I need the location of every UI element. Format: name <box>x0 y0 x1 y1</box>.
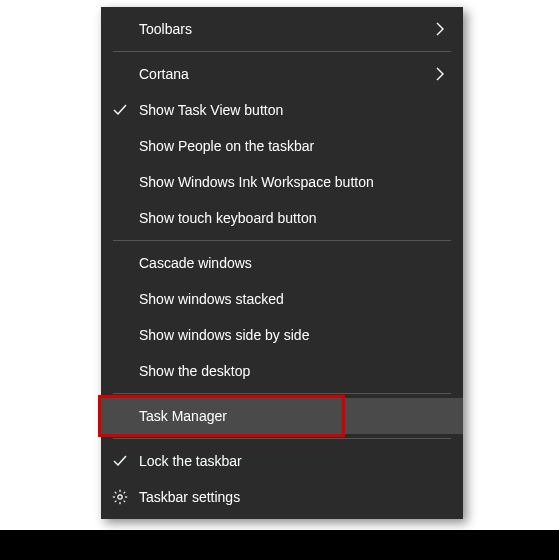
check-icon <box>101 102 139 118</box>
svg-line-8 <box>124 492 126 494</box>
taskbar-context-menu: Toolbars Cortana Show Task View button S… <box>101 7 463 519</box>
svg-point-0 <box>118 495 122 499</box>
menu-item-label: Show windows stacked <box>139 292 449 306</box>
menu-item-show-the-desktop[interactable]: Show the desktop <box>101 353 463 389</box>
menu-item-show-windows-stacked[interactable]: Show windows stacked <box>101 281 463 317</box>
menu-item-show-touch-keyboard[interactable]: Show touch keyboard button <box>101 200 463 236</box>
menu-separator <box>113 393 451 394</box>
menu-item-label: Show Windows Ink Workspace button <box>139 175 449 189</box>
menu-separator <box>113 438 451 439</box>
menu-item-label: Show People on the taskbar <box>139 139 449 153</box>
menu-item-show-windows-side-by-side[interactable]: Show windows side by side <box>101 317 463 353</box>
menu-item-label: Show windows side by side <box>139 328 449 342</box>
menu-separator <box>113 240 451 241</box>
menu-item-label: Cascade windows <box>139 256 449 270</box>
svg-line-5 <box>115 492 117 494</box>
menu-item-label: Cortana <box>139 67 431 81</box>
menu-item-label: Show Task View button <box>139 103 449 117</box>
chevron-right-icon <box>431 67 449 81</box>
menu-separator <box>113 51 451 52</box>
svg-line-7 <box>115 501 117 503</box>
menu-item-label: Task Manager <box>139 409 449 423</box>
menu-item-lock-the-taskbar[interactable]: Lock the taskbar <box>101 443 463 479</box>
menu-item-label: Lock the taskbar <box>139 454 449 468</box>
menu-item-label: Taskbar settings <box>139 490 449 504</box>
taskbar-area <box>0 530 559 560</box>
menu-item-cortana[interactable]: Cortana <box>101 56 463 92</box>
menu-item-label: Toolbars <box>139 22 431 36</box>
menu-item-show-ink-workspace[interactable]: Show Windows Ink Workspace button <box>101 164 463 200</box>
menu-item-label: Show the desktop <box>139 364 449 378</box>
menu-item-label: Show touch keyboard button <box>139 211 449 225</box>
menu-item-taskbar-settings[interactable]: Taskbar settings <box>101 479 463 515</box>
menu-item-show-task-view[interactable]: Show Task View button <box>101 92 463 128</box>
svg-line-6 <box>124 501 126 503</box>
menu-item-toolbars[interactable]: Toolbars <box>101 11 463 47</box>
menu-item-show-people[interactable]: Show People on the taskbar <box>101 128 463 164</box>
gear-icon <box>101 489 139 505</box>
menu-item-task-manager[interactable]: Task Manager <box>101 398 463 434</box>
check-icon <box>101 453 139 469</box>
chevron-right-icon <box>431 22 449 36</box>
menu-item-cascade-windows[interactable]: Cascade windows <box>101 245 463 281</box>
